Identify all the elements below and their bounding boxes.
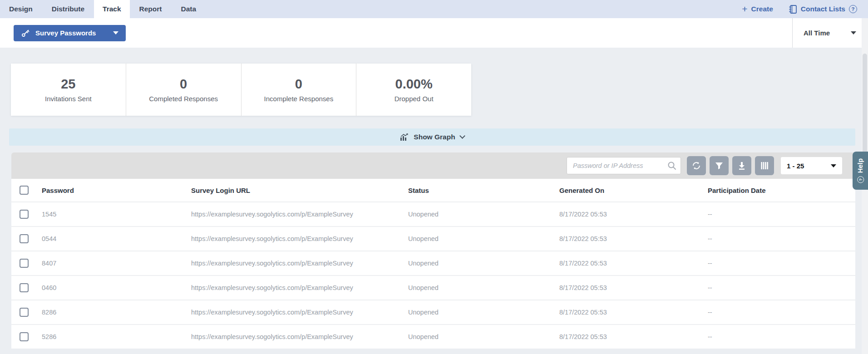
- search-input[interactable]: [567, 157, 681, 174]
- cell-status: Unopened: [408, 260, 559, 267]
- cell-participation-date: --: [708, 333, 855, 340]
- tab-track[interactable]: Track: [94, 0, 130, 18]
- help-side-tab[interactable]: ? Help: [853, 152, 868, 190]
- help-circle-icon[interactable]: ?: [849, 5, 857, 13]
- nav-right-links: + Create Contact Lists ?: [742, 0, 868, 18]
- refresh-button[interactable]: [687, 156, 706, 175]
- cell-survey-login-url: https://examplesurvey.sogolytics.com/p/E…: [191, 260, 408, 267]
- cell-generated-on: 8/17/2022 05:53: [559, 284, 708, 291]
- sub-header: Survey Passwords All Time: [0, 18, 868, 48]
- cell-generated-on: 8/17/2022 05:53: [559, 211, 708, 218]
- table-header-row: Password Survey Login URL Status Generat…: [11, 179, 855, 202]
- cell-status: Unopened: [408, 211, 559, 218]
- stat-invitations-sent: 25 Invitations Sent: [11, 64, 126, 116]
- chevron-down-icon: [851, 31, 856, 34]
- cell-password: 0544: [42, 235, 191, 242]
- pagination-range: 1 - 25: [787, 162, 804, 170]
- column-header-password[interactable]: Password: [42, 187, 191, 194]
- cell-participation-date: --: [708, 235, 855, 242]
- cell-participation-date: --: [708, 284, 855, 291]
- row-checkbox[interactable]: [20, 332, 29, 341]
- cell-status: Unopened: [408, 235, 559, 242]
- question-circle-icon: ?: [857, 176, 864, 183]
- filter-icon: [715, 161, 724, 170]
- create-label: Create: [751, 5, 773, 13]
- columns-button[interactable]: [755, 156, 774, 175]
- contact-lists-button[interactable]: Contact Lists ?: [789, 5, 857, 14]
- column-header-generated-on[interactable]: Generated On: [559, 187, 708, 194]
- column-header-survey-login-url[interactable]: Survey Login URL: [191, 187, 408, 194]
- stat-label: Invitations Sent: [45, 95, 92, 103]
- cell-password: 5286: [42, 333, 191, 340]
- row-checkbox[interactable]: [20, 234, 29, 243]
- scrollbar-thumb[interactable]: [863, 54, 867, 157]
- cell-survey-login-url: https://examplesurvey.sogolytics.com/p/E…: [191, 333, 408, 340]
- plus-icon: +: [742, 4, 747, 14]
- help-tab-inner: ? Help: [857, 158, 864, 183]
- stat-value: 0.00%: [395, 77, 433, 92]
- table-row[interactable]: 1545 https://examplesurvey.sogolytics.co…: [11, 202, 855, 226]
- notebook-icon: [789, 5, 797, 14]
- cell-password: 1545: [42, 211, 191, 218]
- select-all-checkbox[interactable]: [20, 186, 29, 195]
- columns-icon: [760, 161, 769, 170]
- search-field-wrap: [567, 157, 681, 174]
- row-checkbox[interactable]: [20, 283, 29, 292]
- contact-lists-label: Contact Lists: [801, 5, 845, 13]
- cell-participation-date: --: [708, 211, 855, 218]
- stat-dropped-out: 0.00% Dropped Out: [356, 64, 471, 116]
- top-nav: Design Distribute Track Report Data + Cr…: [0, 0, 868, 18]
- cell-survey-login-url: https://examplesurvey.sogolytics.com/p/E…: [191, 211, 408, 218]
- show-graph-label: Show Graph: [414, 133, 455, 141]
- help-tab-label: Help: [857, 158, 864, 173]
- stat-value: 25: [61, 77, 75, 92]
- survey-passwords-label: Survey Passwords: [35, 29, 96, 37]
- table-row[interactable]: 8286 https://examplesurvey.sogolytics.co…: [11, 300, 855, 324]
- stat-label: Completed Responses: [149, 95, 218, 103]
- chevron-down-icon: [113, 31, 118, 34]
- cell-survey-login-url: https://examplesurvey.sogolytics.com/p/E…: [191, 284, 408, 291]
- table-row[interactable]: 0544 https://examplesurvey.sogolytics.co…: [11, 226, 855, 251]
- stat-value: 0: [180, 77, 187, 92]
- cell-password: 8407: [42, 260, 191, 267]
- chevron-down-icon: [459, 133, 465, 139]
- stat-incomplete-responses: 0 Incomplete Responses: [242, 64, 357, 116]
- table-row[interactable]: 8407 https://examplesurvey.sogolytics.co…: [11, 251, 855, 275]
- cell-participation-date: --: [708, 260, 855, 267]
- cell-survey-login-url: https://examplesurvey.sogolytics.com/p/E…: [191, 309, 408, 316]
- time-filter-value: All Time: [804, 29, 830, 37]
- row-checkbox[interactable]: [20, 259, 29, 268]
- create-button[interactable]: + Create: [742, 5, 773, 14]
- stat-completed-responses: 0 Completed Responses: [126, 64, 242, 116]
- cell-generated-on: 8/17/2022 05:53: [559, 235, 708, 242]
- search-icon[interactable]: [667, 161, 676, 170]
- show-graph-toggle[interactable]: Show Graph: [9, 128, 855, 146]
- tab-report[interactable]: Report: [130, 0, 172, 18]
- survey-passwords-dropdown-button[interactable]: Survey Passwords: [14, 25, 126, 41]
- table-row[interactable]: 5286 https://examplesurvey.sogolytics.co…: [11, 324, 855, 349]
- cell-status: Unopened: [408, 284, 559, 291]
- pagination-dropdown[interactable]: 1 - 25: [781, 157, 842, 174]
- row-checkbox[interactable]: [20, 210, 29, 219]
- cell-status: Unopened: [408, 333, 559, 340]
- row-checkbox[interactable]: [20, 308, 29, 317]
- tab-design[interactable]: Design: [9, 0, 42, 18]
- chevron-down-icon: [831, 164, 836, 167]
- column-header-participation-date[interactable]: Participation Date: [708, 187, 855, 194]
- table-row[interactable]: 0460 https://examplesurvey.sogolytics.co…: [11, 275, 855, 300]
- column-header-status[interactable]: Status: [408, 187, 559, 194]
- stat-label: Incomplete Responses: [264, 95, 334, 103]
- cell-survey-login-url: https://examplesurvey.sogolytics.com/p/E…: [191, 235, 408, 242]
- tab-distribute[interactable]: Distribute: [42, 0, 94, 18]
- nav-tabs: Design Distribute Track Report Data: [0, 0, 206, 18]
- survey-track-page: Design Distribute Track Report Data + Cr…: [0, 0, 868, 354]
- filter-button[interactable]: [710, 156, 729, 175]
- tab-data[interactable]: Data: [172, 0, 206, 18]
- cell-generated-on: 8/17/2022 05:53: [559, 309, 708, 316]
- chart-icon: [400, 133, 409, 141]
- time-filter-dropdown[interactable]: All Time: [792, 18, 868, 48]
- stats-summary-card: 25 Invitations Sent 0 Completed Response…: [11, 64, 471, 116]
- download-button[interactable]: [732, 156, 751, 175]
- passwords-table: Password Survey Login URL Status Generat…: [11, 179, 855, 349]
- cell-participation-date: --: [708, 309, 855, 316]
